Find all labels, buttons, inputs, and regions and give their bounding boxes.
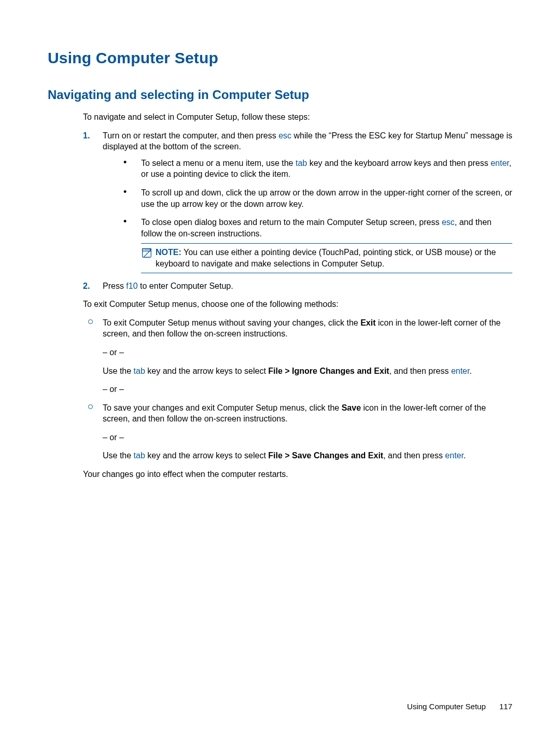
exit-without-saving: To exit Computer Setup menus without sav… xyxy=(83,317,512,395)
save-icon-name: Save xyxy=(342,403,361,412)
key-tab: tab xyxy=(134,451,145,460)
exit-save-changes: To save your changes and exit Computer S… xyxy=(83,402,512,461)
or-separator: – or – xyxy=(103,347,512,358)
note-box: NOTE: You can use either a pointing devi… xyxy=(141,243,512,273)
key-enter: enter xyxy=(445,451,464,460)
document-page: Using Computer Setup Navigating and sele… xyxy=(0,0,560,745)
open-bullet-icon xyxy=(88,319,93,324)
sub-bullets: To select a menu or a menu item, use the… xyxy=(123,158,512,273)
page-footer: Using Computer Setup 117 xyxy=(407,702,512,711)
numbered-steps: 1. Turn on or restart the computer, and … xyxy=(83,130,512,292)
menu-path: File > Ignore Changes and Exit xyxy=(268,367,389,375)
intro-paragraph: To navigate and select in Computer Setup… xyxy=(83,111,512,123)
step-text: Press f10 to enter Computer Setup. xyxy=(103,282,233,290)
bullet-select-menu: To select a menu or a menu item, use the… xyxy=(123,158,512,180)
exit-bullets: To exit Computer Setup menus without sav… xyxy=(83,317,512,461)
bullet-close-dialog: To close open dialog boxes and return to… xyxy=(123,217,512,273)
step-2: 2. Press f10 to enter Computer Setup. xyxy=(83,280,512,292)
step-number: 2. xyxy=(83,280,90,292)
exit-save-alt-method: Use the tab key and the arrow keys to se… xyxy=(103,450,512,461)
exit-icon-name: Exit xyxy=(360,318,375,327)
or-separator: – or – xyxy=(103,384,512,395)
bullet-scroll: To scroll up and down, click the up arro… xyxy=(123,187,512,209)
svg-point-4 xyxy=(148,250,148,250)
key-tab: tab xyxy=(134,367,145,375)
key-f10: f10 xyxy=(126,282,137,290)
svg-point-3 xyxy=(146,250,147,250)
step-number: 1. xyxy=(83,130,90,142)
step-1: 1. Turn on or restart the computer, and … xyxy=(83,130,512,273)
section-heading: Navigating and selecting in Computer Set… xyxy=(48,88,512,102)
open-bullet-icon xyxy=(88,404,93,409)
menu-path: File > Save Changes and Exit xyxy=(268,451,383,460)
body-text: To navigate and select in Computer Setup… xyxy=(83,111,512,480)
closing-paragraph: Your changes go into effect when the com… xyxy=(83,469,512,480)
footer-section: Using Computer Setup xyxy=(407,702,486,711)
svg-point-2 xyxy=(145,250,146,250)
page-number: 117 xyxy=(499,702,512,711)
exit-alt-method: Use the tab key and the arrow keys to se… xyxy=(103,366,512,377)
page-heading: Using Computer Setup xyxy=(48,49,512,67)
key-tab: tab xyxy=(296,159,307,167)
note-icon xyxy=(141,247,152,259)
key-esc: esc xyxy=(278,131,291,140)
step-text: Turn on or restart the computer, and the… xyxy=(103,131,512,151)
key-enter: enter xyxy=(491,159,509,167)
note-text: NOTE: You can use either a pointing devi… xyxy=(156,247,512,269)
or-separator: – or – xyxy=(103,432,512,443)
exit-intro: To exit Computer Setup menus, choose one… xyxy=(83,299,512,310)
key-enter: enter xyxy=(451,367,470,375)
note-label: NOTE: xyxy=(156,248,181,257)
key-esc: esc xyxy=(442,218,455,227)
